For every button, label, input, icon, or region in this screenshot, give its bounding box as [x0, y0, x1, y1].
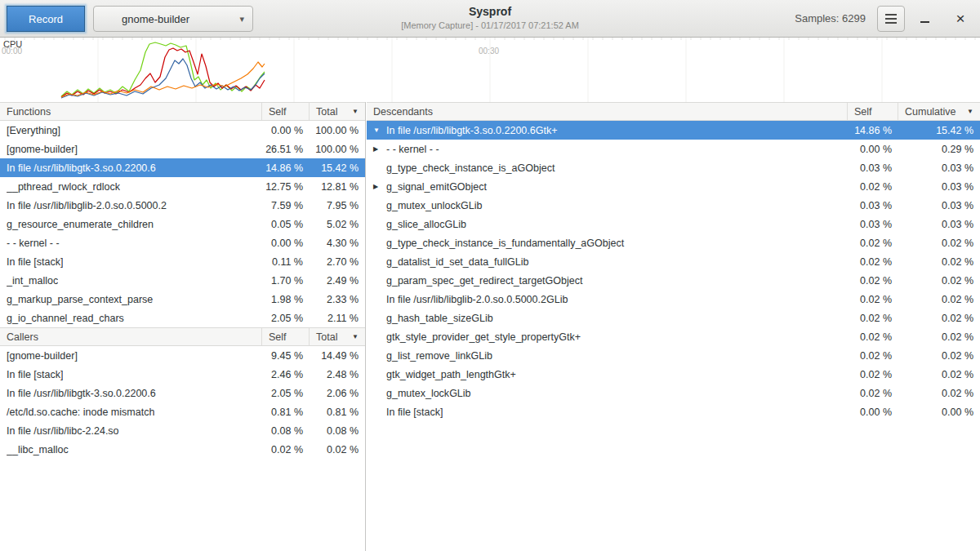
- function-name: In file /usr/lib/libglib-2.0.so.0.5000.2: [386, 294, 546, 305]
- minimize-button[interactable]: [911, 7, 938, 31]
- function-name: _int_malloc: [7, 275, 58, 287]
- table-row[interactable]: __libc_malloc 0.02 % 0.02 %: [0, 440, 365, 459]
- self-percent: 0.00 %: [262, 238, 310, 249]
- function-name: In file [stack]: [386, 407, 443, 418]
- profile-target-dropdown[interactable]: gnome-builder ▾: [93, 6, 253, 32]
- time-axis-label: 00:00: [2, 47, 22, 56]
- table-row[interactable]: In file [stack] 0.00 % 0.00 %: [367, 402, 980, 421]
- column-header-cumulative[interactable]: Cumulative ▼: [898, 103, 980, 120]
- cumulative-percent: 0.03 %: [898, 219, 980, 230]
- table-row[interactable]: - - kernel - - 0.00 % 4.30 %: [0, 233, 365, 252]
- table-row[interactable]: In file [stack] 0.11 % 2.70 %: [0, 252, 365, 271]
- column-header-descendants[interactable]: Descendants: [367, 103, 848, 120]
- table-row[interactable]: In file /usr/lib/libgtk-3.so.0.2200.6 2.…: [0, 384, 365, 402]
- table-row[interactable]: ▶ g_signal_emit GObject 0.02 % 0.03 %: [367, 177, 980, 196]
- function-name: __pthread_rwlock_rdlock: [7, 181, 120, 193]
- function-name: In file /usr/lib/libgtk-3.so.0.2200.6: [7, 162, 156, 174]
- table-row[interactable]: g_list_remove_link GLib 0.02 % 0.02 %: [367, 346, 980, 365]
- callers-table-header: Callers Self Total ▼: [0, 327, 365, 346]
- column-header-self[interactable]: Self: [262, 103, 310, 120]
- self-percent: 2.05 %: [262, 388, 310, 399]
- function-name: g_resource_enumerate_children: [7, 219, 154, 230]
- table-row[interactable]: In file [stack] 2.46 % 2.48 %: [0, 365, 365, 384]
- function-name: g_type_check_instance_is_fundamentally_a: [386, 238, 586, 249]
- expander-icon[interactable]: ▼: [373, 127, 386, 134]
- table-row[interactable]: [gnome-builder] 26.51 % 100.00 %: [0, 140, 365, 158]
- table-row[interactable]: In file /usr/lib/libglib-2.0.so.0.5000.2…: [367, 290, 980, 309]
- column-header-self[interactable]: Self: [848, 103, 898, 120]
- table-row[interactable]: g_hash_table_size GLib 0.02 % 0.02 %: [367, 309, 980, 327]
- self-percent: 0.81 %: [262, 407, 310, 418]
- self-percent: 0.00 %: [848, 144, 898, 155]
- total-percent: 2.33 %: [310, 294, 365, 305]
- sort-indicator-icon: ▼: [352, 333, 359, 340]
- function-name: g_markup_parse_context_parse: [7, 294, 153, 305]
- function-name: g_list_remove_link: [386, 350, 471, 362]
- self-percent: 2.46 %: [262, 369, 310, 380]
- table-row[interactable]: gtk_style_provider_get_style_property Gt…: [367, 327, 980, 346]
- self-percent: 0.02 %: [848, 388, 898, 399]
- functions-table-body: [Everything] 0.00 % 100.00 % [gnome-buil…: [0, 121, 365, 327]
- total-percent: 2.70 %: [310, 256, 365, 268]
- total-percent: 0.81 %: [310, 407, 365, 418]
- function-name: g_datalist_id_set_data_full: [386, 256, 507, 268]
- function-name: In file /usr/lib/libc-2.24.so: [7, 425, 119, 437]
- table-row[interactable]: In file /usr/lib/libc-2.24.so 0.08 % 0.0…: [0, 421, 365, 440]
- table-row[interactable]: g_io_channel_read_chars 2.05 % 2.11 %: [0, 309, 365, 327]
- self-percent: 0.02 %: [848, 294, 898, 305]
- total-percent: 14.49 %: [310, 350, 365, 362]
- function-name: g_mutex_lock: [386, 388, 449, 399]
- table-row[interactable]: [Everything] 0.00 % 100.00 %: [0, 121, 365, 140]
- table-row[interactable]: gtk_widget_path_length Gtk+ 0.02 % 0.02 …: [367, 365, 980, 384]
- expander-icon[interactable]: ▶: [373, 145, 386, 153]
- table-row[interactable]: [gnome-builder] 9.45 % 14.49 %: [0, 346, 365, 365]
- cumulative-percent: 0.02 %: [898, 238, 980, 249]
- column-header-self[interactable]: Self: [262, 328, 310, 345]
- total-percent: 12.81 %: [310, 181, 365, 193]
- column-header-total[interactable]: Total ▼: [310, 328, 365, 345]
- table-row[interactable]: g_resource_enumerate_children 0.05 % 5.0…: [0, 215, 365, 233]
- total-percent: 100.00 %: [310, 125, 365, 136]
- callers-table-body: [gnome-builder] 9.45 % 14.49 % In file […: [0, 346, 365, 459]
- header-bar: Record gnome-builder ▾ Sysprof [Memory C…: [0, 0, 980, 38]
- column-header-total[interactable]: Total ▼: [310, 103, 365, 120]
- table-row[interactable]: g_slice_alloc GLib 0.03 % 0.03 %: [367, 215, 980, 233]
- functions-table-header: Functions Self Total ▼: [0, 102, 365, 121]
- cumulative-percent: 0.02 %: [898, 369, 980, 380]
- minimize-icon: [920, 15, 929, 23]
- table-row[interactable]: g_mutex_lock GLib 0.02 % 0.02 %: [367, 384, 980, 402]
- table-row[interactable]: g_mutex_unlock GLib 0.03 % 0.03 %: [367, 196, 980, 215]
- total-percent: 2.48 %: [310, 369, 365, 380]
- library-badge: GObject: [586, 238, 624, 249]
- table-row[interactable]: g_param_spec_get_redirect_target GObject…: [367, 271, 980, 290]
- expander-icon[interactable]: ▶: [373, 183, 386, 190]
- self-percent: 0.05 %: [262, 219, 310, 230]
- table-row[interactable]: g_markup_parse_context_parse 1.98 % 2.33…: [0, 290, 365, 309]
- menu-button[interactable]: [877, 6, 905, 32]
- close-button[interactable]: ×: [947, 7, 973, 31]
- table-row[interactable]: g_type_check_instance_is_fundamentally_a…: [367, 233, 980, 252]
- self-percent: 0.03 %: [848, 200, 898, 211]
- table-row[interactable]: __pthread_rwlock_rdlock 12.75 % 12.81 %: [0, 177, 365, 196]
- library-badge: GLib: [445, 219, 466, 230]
- table-row[interactable]: g_datalist_id_set_data_full GLib 0.02 % …: [367, 252, 980, 271]
- record-button[interactable]: Record: [7, 6, 85, 32]
- self-percent: 2.05 %: [262, 313, 310, 324]
- column-label: Total: [316, 331, 337, 343]
- column-header-callers[interactable]: Callers: [0, 328, 262, 345]
- column-header-functions[interactable]: Functions: [0, 103, 262, 120]
- library-badge: GLib: [449, 388, 470, 399]
- table-row[interactable]: ▶ - - kernel - - 0.00 % 0.29 %: [367, 140, 980, 158]
- table-row[interactable]: In file /usr/lib/libgtk-3.so.0.2200.6 14…: [0, 158, 365, 177]
- cpu-graph[interactable]: CPU 00:0000:30: [0, 38, 980, 102]
- function-name: gtk_widget_path_length: [386, 369, 494, 380]
- cumulative-percent: 0.02 %: [898, 350, 980, 362]
- close-icon: ×: [956, 10, 964, 28]
- table-row[interactable]: _int_malloc 1.70 % 2.49 %: [0, 271, 365, 290]
- table-row[interactable]: g_type_check_instance_is_a GObject 0.03 …: [367, 158, 980, 177]
- table-row[interactable]: ▼ In file /usr/lib/libgtk-3.so.0.2200.6 …: [367, 121, 980, 140]
- table-row[interactable]: In file /usr/lib/libglib-2.0.so.0.5000.2…: [0, 196, 365, 215]
- table-row[interactable]: /etc/ld.so.cache: inode mismatch 0.81 % …: [0, 402, 365, 421]
- self-percent: 0.02 %: [848, 256, 898, 268]
- cumulative-percent: 0.02 %: [898, 313, 980, 324]
